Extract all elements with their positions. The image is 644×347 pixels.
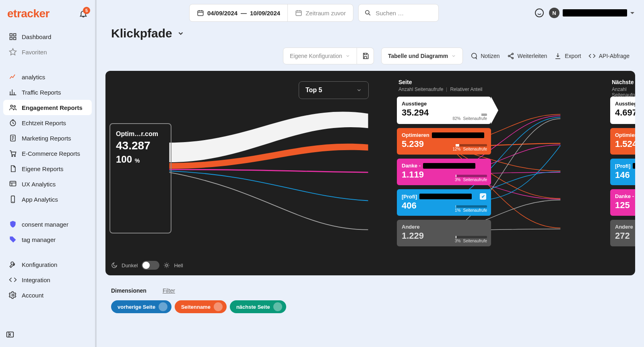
nav-favorites[interactable]: Favoriten xyxy=(3,44,92,60)
cart-icon xyxy=(9,149,17,157)
grid-icon xyxy=(9,33,17,41)
sankey-chart-panel: Top 5 Seite Anzahl SeitenaufrufeRelative… xyxy=(105,71,635,275)
tag-icon xyxy=(9,235,17,244)
dimension-pills: vorherige SeiteSeitennamenächste Seite xyxy=(111,300,630,313)
nav-ecommerce-reports[interactable]: E-Commerce Reports xyxy=(3,146,92,161)
topbar: 04/09/2024 — 10/09/2024 Zeitraum zuvor S… xyxy=(189,4,634,22)
flow-node[interactable]: Optimieren5.23912%Seitenaufrufe xyxy=(397,128,491,155)
sun-icon xyxy=(163,262,170,269)
download-icon xyxy=(554,52,561,60)
clock-icon xyxy=(9,119,17,127)
svg-point-16 xyxy=(365,10,369,14)
flow-node[interactable]: Ausstiege4.69711%Seitenaufrufe xyxy=(610,97,635,124)
notes-button[interactable]: Notizen xyxy=(470,52,500,60)
nav-account[interactable]: Account xyxy=(3,287,92,303)
dimension-pill[interactable]: nächste Seite xyxy=(230,300,286,313)
avatar: N xyxy=(549,8,559,18)
tab-dimensions[interactable]: Dimensionen xyxy=(111,287,147,294)
bottom-section: Dimensionen Filter vorherige SeiteSeiten… xyxy=(104,275,637,313)
nav-app-analytics[interactable]: App Analytics xyxy=(3,192,92,207)
flow-node[interactable]: [Profi]✔4061%Seitenaufrufe xyxy=(397,189,491,216)
flow-node[interactable]: Danke -1250%Seitenaufrufe xyxy=(610,189,635,216)
nav-integration[interactable]: Integration xyxy=(3,272,92,287)
search-icon xyxy=(364,9,372,17)
layout-icon xyxy=(9,180,17,188)
document-icon xyxy=(9,134,17,142)
date-range-group: 04/09/2024 — 10/09/2024 Zeitraum zuvor xyxy=(189,4,353,22)
calendar-icon xyxy=(197,9,204,17)
nav-realtime-reports[interactable]: Echtzeit Reports xyxy=(3,115,92,130)
report-controls: Eigene Konfiguration Tabelle und Diagram… xyxy=(104,42,637,71)
flow-node[interactable]: [Profi]✔1460%Seitenaufrufe xyxy=(610,159,635,185)
nav-dashboard[interactable]: Dashboard xyxy=(3,29,92,44)
share-icon xyxy=(507,52,514,60)
note-icon xyxy=(470,52,477,60)
svg-rect-1 xyxy=(14,34,16,36)
pill-close-icon[interactable] xyxy=(273,302,282,311)
nav-consent-manager[interactable]: consent manager xyxy=(3,217,92,232)
chevron-down-icon xyxy=(630,12,634,16)
nav-ux-analytics[interactable]: UX Analytics xyxy=(3,176,92,192)
chevron-down-icon xyxy=(356,87,362,93)
share-button[interactable]: Weiterleiten xyxy=(507,52,547,60)
dimension-pill[interactable]: Seitenname xyxy=(175,300,227,313)
sidebar-collapse[interactable] xyxy=(6,330,14,341)
flow-node[interactable]: Danke -1.1193%Seitenaufrufe xyxy=(397,159,491,185)
notifications-button[interactable]: 5 xyxy=(79,9,88,18)
svg-rect-3 xyxy=(14,37,16,40)
svg-point-21 xyxy=(166,264,168,266)
flow-node[interactable]: Andere1.2293%Seitenaufrufe xyxy=(397,220,491,246)
column-header-next-page: Nächste Seite Anzahl SeitenaufrufeRelati… xyxy=(612,79,635,98)
svg-point-8 xyxy=(12,155,12,157)
sidebar: etracker 5 Dashboard Favoriten analytics xyxy=(0,0,97,347)
feedback-icon[interactable] xyxy=(535,8,544,18)
chevron-down-icon xyxy=(451,54,456,58)
pill-close-icon[interactable] xyxy=(214,302,223,311)
gear-icon xyxy=(9,291,17,299)
code-icon xyxy=(588,52,596,60)
flow-node[interactable]: Ausstiege35.29482%Seitenaufrufe xyxy=(397,97,491,124)
dimension-pill[interactable]: vorherige Seite xyxy=(111,300,171,313)
trend-icon xyxy=(9,73,17,81)
compare-range-button[interactable]: Zeitraum zuvor xyxy=(287,4,353,21)
save-config-button[interactable] xyxy=(357,48,374,64)
nav-tag-manager[interactable]: tag manager xyxy=(3,232,92,247)
theme-switch[interactable] xyxy=(142,261,159,270)
nav-analytics[interactable]: analytics xyxy=(3,69,92,85)
code-icon xyxy=(9,276,17,284)
chevron-down-icon[interactable] xyxy=(177,30,184,37)
moon-icon xyxy=(111,262,118,269)
date-range-button[interactable]: 04/09/2024 — 10/09/2024 xyxy=(190,4,287,21)
nav-engagement-reports[interactable]: Engagement Reports xyxy=(3,100,92,115)
username-redacted xyxy=(563,9,627,17)
export-button[interactable]: Export xyxy=(554,52,581,60)
theme-toggle: Dunkel Hell xyxy=(111,261,183,270)
svg-rect-2 xyxy=(10,37,12,40)
source-node[interactable]: Optim…r.com 43.287 100 % xyxy=(109,123,171,233)
search-input[interactable]: Suchen … xyxy=(358,4,439,22)
view-mode-select[interactable]: Tabelle und Diagramm xyxy=(381,48,463,64)
nav-own-reports[interactable]: Eigene Reports xyxy=(3,161,92,176)
pill-close-icon[interactable] xyxy=(159,302,167,311)
nav-configuration[interactable]: Konfiguration xyxy=(3,257,92,272)
column-header-page: Seite Anzahl SeitenaufrufeRelativer Ante… xyxy=(398,79,482,92)
svg-point-5 xyxy=(14,105,15,107)
nav-traffic-reports[interactable]: Traffic Reports xyxy=(3,85,92,100)
flow-node[interactable]: Andere2721%Seitenaufrufe xyxy=(610,220,635,246)
svg-point-4 xyxy=(10,105,12,107)
own-config-select[interactable]: Eigene Konfiguration xyxy=(283,48,357,64)
mobile-icon xyxy=(9,195,17,203)
user-menu[interactable]: N xyxy=(549,8,634,18)
wrench-icon xyxy=(9,260,17,269)
tab-filter[interactable]: Filter xyxy=(163,287,175,294)
svg-rect-0 xyxy=(10,34,12,36)
svg-rect-15 xyxy=(296,11,301,16)
file-icon xyxy=(9,165,17,173)
api-button[interactable]: API-Abfrage xyxy=(588,52,630,60)
top-n-select[interactable]: Top 5 xyxy=(299,81,369,99)
flow-node[interactable]: Optimieren1.5244%Seitenaufrufe xyxy=(610,128,635,155)
bar-chart-icon xyxy=(9,88,17,96)
right-nodes: Ausstiege4.69711%SeitenaufrufeOptimieren… xyxy=(610,97,635,250)
notifications-badge: 5 xyxy=(83,7,90,14)
nav-marketing-reports[interactable]: Marketing Reports xyxy=(3,130,92,146)
